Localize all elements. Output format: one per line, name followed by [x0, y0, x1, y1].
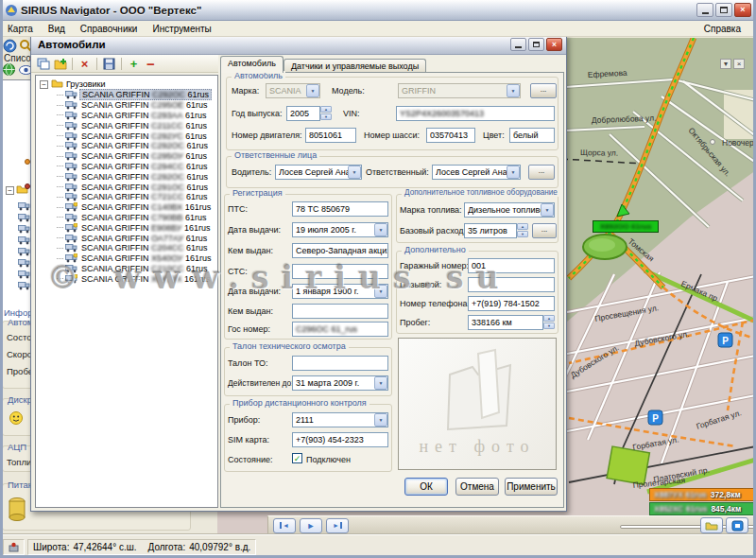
menu-map[interactable]: Карта [0, 22, 41, 36]
tree-item-vehicle[interactable]: SCANIA GRIFFIN С211СС 61rus [36, 120, 217, 131]
map-close-icon[interactable]: × [733, 59, 745, 69]
window-title: SIRIUS Navigator - ООО "Вертекс" [21, 5, 201, 16]
sts-input[interactable] [292, 264, 388, 279]
mileage-input[interactable]: 338166 км [468, 315, 543, 330]
tree-item-vehicle[interactable]: SCANIA GRIFFIN С721СС 61rus [36, 192, 217, 202]
year-input[interactable]: 2005 [286, 106, 320, 121]
garage-input[interactable]: 001 [468, 258, 555, 273]
tree-item-vehicle[interactable]: SCANIA GRIFFIN С293АА 61rus [36, 111, 217, 121]
sidebar-truck-icon[interactable] [18, 247, 30, 258]
tree-item-vehicle[interactable]: SCANIA GRIFFIN С291ОС 61rus [36, 182, 217, 192]
sidebar-truck-icon[interactable] [18, 235, 30, 247]
skip-start-button[interactable]: ◄ [273, 518, 296, 533]
menu-help[interactable]: Справка [696, 22, 748, 36]
engine-input[interactable]: 8051061 [305, 128, 356, 143]
mileage-spinner[interactable]: ▲▼ [543, 315, 555, 329]
model-more-button[interactable]: ... [530, 83, 557, 98]
globe-icon[interactable] [3, 63, 15, 78]
vin-input[interactable]: YS2P4X26003570413 [396, 106, 555, 121]
tree-item-vehicle[interactable]: SCANIA GRIFFIN ОА77АУ 61rus [36, 233, 217, 243]
sidebar-truck-icon[interactable] [18, 213, 30, 224]
save-icon[interactable] [102, 57, 116, 71]
tree-item-vehicle[interactable]: SCANIA GRIFFIN С204СС 61rus [36, 243, 217, 253]
tree-root-row[interactable]: − Грузовики [36, 78, 217, 90]
tree-item-vehicle[interactable]: SCANIA GRIFFIN С292ОС 61rus [36, 90, 217, 100]
parking-icon[interactable]: P [648, 410, 662, 425]
dialog-title: Автомобили [38, 39, 106, 50]
callsign-input[interactable] [468, 277, 555, 292]
card-view-icon[interactable] [36, 57, 50, 71]
valid-until-select[interactable]: 31 марта 2009 г.▼ [292, 375, 388, 391]
status-icon [3, 539, 25, 555]
sidebar-truck-icon[interactable] [18, 258, 30, 270]
fuel-more-button[interactable]: ... [532, 223, 557, 238]
play-button[interactable]: ► [300, 518, 322, 533]
dialog-minimize-button[interactable] [510, 38, 526, 51]
tree-item-vehicle[interactable]: SCANIA GRIFFIN С210СС 61rus [36, 264, 217, 274]
tree-item-vehicle[interactable]: SCANIA GRIFFIN С790ВВ 61rus [36, 213, 217, 223]
tree-item-vehicle[interactable]: SCANIA GRIFFIN Х547ЗХ 161rus [36, 273, 217, 284]
fuel-type-select[interactable]: Дизельное топливо▼ [464, 202, 555, 218]
responsible-select[interactable]: Лосев Сергей Анатоль▼ [432, 165, 521, 180]
tree-item-vehicle[interactable]: SCANIA GRIFFIN С294СС 61rus [36, 162, 217, 172]
dialog-maximize-button[interactable] [528, 38, 544, 51]
tree-item-vehicle[interactable]: SCANIA GRIFFIN Е908ВУ 161rus [36, 222, 217, 233]
fuel-rate-input[interactable]: 35 литров [464, 223, 517, 238]
persons-more-button[interactable]: ... [528, 165, 555, 180]
tree-item-vehicle[interactable]: SCANIA GRIFFIN С292ОС 61rus [36, 171, 217, 182]
skip-end-button[interactable]: ► [326, 518, 349, 533]
ok-button[interactable]: ОК [404, 478, 448, 496]
sts-issuer-input[interactable] [292, 304, 388, 319]
maximize-button[interactable] [715, 3, 732, 17]
map-mode-button[interactable] [726, 517, 748, 533]
vehicle-tree[interactable]: − Грузовики SCANIA GRIFFIN С292ОС 61rusS… [35, 75, 218, 508]
pts-date-select[interactable]: 19 июля 2005 г.▼ [292, 222, 388, 237]
tree-item-vehicle[interactable]: SCANIA GRIFFIN С295ОУ 61rus [36, 151, 217, 162]
connected-checkbox[interactable]: ✓ [292, 453, 302, 463]
map-collapse-button[interactable]: ▾ [720, 59, 731, 69]
chassis-input[interactable]: 03570413 [426, 128, 475, 143]
fuel-rate-spinner[interactable]: ▲▼ [517, 223, 528, 237]
sts-date-select[interactable]: 1 января 1900 г.▼ [292, 284, 388, 299]
close-button[interactable]: × [734, 3, 751, 17]
add-icon[interactable]: + [127, 57, 141, 71]
track-folder-button[interactable] [700, 517, 723, 533]
tree-item-vehicle[interactable]: SCANIA GRIFFIN С295ОЕ 61rus [36, 100, 217, 111]
window-titlebar[interactable]: SIRIUS Navigator - ООО "Вертекс" × [0, 0, 756, 21]
dialog-close-button[interactable]: × [546, 38, 562, 51]
add-vehicle-icon[interactable] [53, 57, 67, 71]
menu-tools[interactable]: Инструменты [145, 22, 218, 36]
menu-directories[interactable]: Справочники [73, 22, 146, 36]
cancel-button[interactable]: Отмена [455, 478, 499, 496]
phone-input[interactable]: +7(919) 784-1502 [468, 296, 555, 311]
device-select[interactable]: 2111▼ [292, 412, 388, 427]
tree-item-vehicle[interactable]: SCANIA GRIFFIN С292ОС 61rus [36, 141, 217, 151]
apply-button[interactable]: Применить [505, 478, 558, 496]
parking-icon[interactable]: P [718, 333, 732, 347]
tree-item-vehicle[interactable]: SCANIA GRIFFIN С140ВХ 161rus [36, 202, 217, 213]
driver-select[interactable]: Лосев Сергей Анатоль▼ [275, 165, 362, 180]
pts-issuer-input[interactable]: Северо-Западная акцизная т [292, 243, 388, 258]
minimize-button[interactable] [696, 3, 713, 17]
tree-item-vehicle[interactable]: SCANIA GRIFFIN Х540ОУ 161rus [36, 253, 217, 264]
talon-input[interactable] [292, 356, 388, 371]
remove-icon[interactable]: − [144, 57, 158, 71]
tab-sensors[interactable]: Датчики и управляемые выходы [284, 59, 426, 73]
tab-vehicle[interactable]: Автомобиль [220, 56, 284, 73]
pts-input[interactable]: 78 ТС 850679 [292, 201, 388, 217]
sim-input[interactable]: +7(903) 454-2323 [292, 432, 388, 447]
sidebar-truck-icon[interactable] [18, 224, 30, 235]
sidebar-truck-icon[interactable] [18, 281, 30, 292]
menu-view[interactable]: Вид [41, 22, 73, 36]
expander-icon[interactable]: − [6, 186, 14, 195]
tree-item-vehicle[interactable]: SCANIA GRIFFIN С292УС 61rus [36, 131, 217, 141]
expander-icon[interactable]: − [40, 80, 48, 89]
plate-input[interactable]: С296ОС 61_rus [292, 322, 388, 337]
delete-icon[interactable]: × [77, 57, 92, 71]
year-spinner[interactable]: ▲▼ [320, 106, 332, 120]
sidebar-truck-icon[interactable] [18, 270, 30, 281]
vehicle-map-label[interactable]: Х892ОО 61rus [593, 220, 659, 233]
color-input[interactable]: белый [509, 128, 555, 143]
dialog-titlebar[interactable]: Автомобили × [31, 35, 566, 55]
sidebar-truck-icon[interactable] [18, 201, 30, 213]
